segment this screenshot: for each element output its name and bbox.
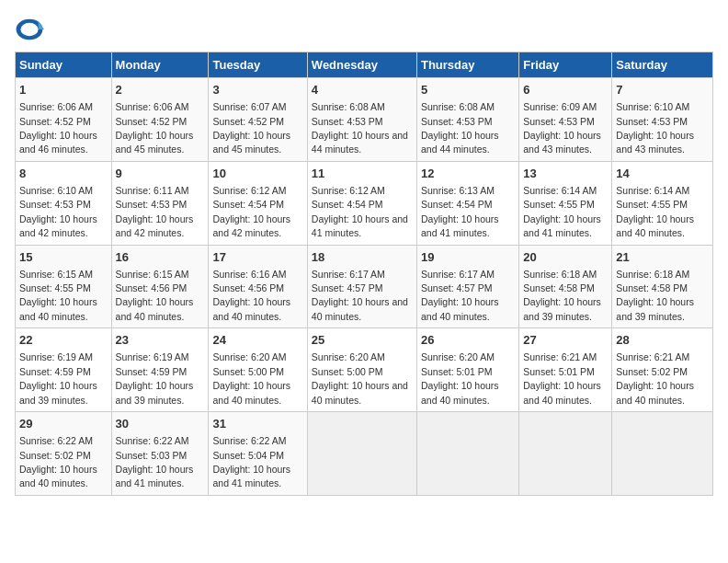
day-number: 1 [19,82,108,98]
day-number: 25 [312,332,413,349]
week-row-5: 29Sunrise: 6:22 AMSunset: 5:02 PMDayligh… [16,412,713,496]
day-cell-20: 20Sunrise: 6:18 AMSunset: 4:58 PMDayligh… [519,245,612,328]
day-number: 19 [421,249,515,266]
day-info: Sunrise: 6:22 AMSunset: 5:04 PMDaylight:… [212,435,290,488]
day-cell-4: 4Sunrise: 6:08 AMSunset: 4:53 PMDaylight… [307,78,416,162]
day-number: 8 [19,166,108,182]
day-info: Sunrise: 6:20 AMSunset: 5:00 PMDaylight:… [212,351,290,405]
day-cell-18: 18Sunrise: 6:17 AMSunset: 4:57 PMDayligh… [307,245,416,328]
logo [15,15,48,44]
column-header-wednesday: Wednesday [307,52,416,78]
day-cell-26: 26Sunrise: 6:20 AMSunset: 5:01 PMDayligh… [416,328,518,412]
day-info: Sunrise: 6:19 AMSunset: 4:59 PMDaylight:… [19,351,97,405]
day-info: Sunrise: 6:14 AMSunset: 4:55 PMDaylight:… [523,185,601,238]
day-info: Sunrise: 6:12 AMSunset: 4:54 PMDaylight:… [312,185,408,238]
day-number: 26 [421,332,515,349]
day-cell-15: 15Sunrise: 6:15 AMSunset: 4:55 PMDayligh… [16,245,112,328]
day-info: Sunrise: 6:07 AMSunset: 4:52 PMDaylight:… [212,101,290,155]
day-cell-24: 24Sunrise: 6:20 AMSunset: 5:00 PMDayligh… [209,328,307,412]
day-info: Sunrise: 6:17 AMSunset: 4:57 PMDaylight:… [312,269,408,322]
day-number: 31 [212,416,302,432]
day-info: Sunrise: 6:12 AMSunset: 4:54 PMDaylight:… [212,185,290,238]
day-info: Sunrise: 6:06 AMSunset: 4:52 PMDaylight:… [19,101,97,155]
day-cell-17: 17Sunrise: 6:16 AMSunset: 4:56 PMDayligh… [209,245,307,328]
week-row-4: 22Sunrise: 6:19 AMSunset: 4:59 PMDayligh… [16,328,713,412]
day-info: Sunrise: 6:15 AMSunset: 4:55 PMDaylight:… [19,269,97,322]
day-info: Sunrise: 6:11 AMSunset: 4:53 PMDaylight:… [116,185,194,238]
week-row-3: 15Sunrise: 6:15 AMSunset: 4:55 PMDayligh… [16,245,713,328]
day-number: 9 [116,166,205,182]
day-cell-12: 12Sunrise: 6:13 AMSunset: 4:54 PMDayligh… [416,161,518,245]
header [15,15,713,44]
day-info: Sunrise: 6:22 AMSunset: 5:02 PMDaylight:… [19,435,97,488]
day-number: 7 [616,82,709,98]
day-info: Sunrise: 6:08 AMSunset: 4:53 PMDaylight:… [312,101,408,155]
day-info: Sunrise: 6:21 AMSunset: 5:02 PMDaylight:… [616,351,694,405]
day-cell-22: 22Sunrise: 6:19 AMSunset: 4:59 PMDayligh… [16,328,112,412]
day-info: Sunrise: 6:20 AMSunset: 5:00 PMDaylight:… [312,351,408,405]
column-header-tuesday: Tuesday [209,52,307,78]
day-info: Sunrise: 6:19 AMSunset: 4:59 PMDaylight:… [116,351,194,405]
day-cell-21: 21Sunrise: 6:18 AMSunset: 4:58 PMDayligh… [612,245,713,328]
day-number: 20 [523,249,608,266]
day-info: Sunrise: 6:13 AMSunset: 4:54 PMDaylight:… [421,185,499,238]
day-number: 13 [523,166,608,182]
day-cell-30: 30Sunrise: 6:22 AMSunset: 5:03 PMDayligh… [111,412,209,496]
empty-cell [416,412,518,496]
day-number: 28 [616,332,709,349]
day-cell-9: 9Sunrise: 6:11 AMSunset: 4:53 PMDaylight… [111,161,209,245]
day-info: Sunrise: 6:18 AMSunset: 4:58 PMDaylight:… [523,269,601,322]
day-cell-14: 14Sunrise: 6:14 AMSunset: 4:55 PMDayligh… [612,161,713,245]
day-number: 27 [523,332,608,349]
day-number: 30 [116,416,205,432]
day-cell-23: 23Sunrise: 6:19 AMSunset: 4:59 PMDayligh… [111,328,209,412]
day-cell-25: 25Sunrise: 6:20 AMSunset: 5:00 PMDayligh… [307,328,416,412]
day-number: 16 [116,249,205,266]
day-info: Sunrise: 6:09 AMSunset: 4:53 PMDaylight:… [523,101,601,155]
day-info: Sunrise: 6:17 AMSunset: 4:57 PMDaylight:… [421,269,499,322]
day-number: 10 [212,166,302,182]
day-cell-16: 16Sunrise: 6:15 AMSunset: 4:56 PMDayligh… [111,245,209,328]
day-info: Sunrise: 6:22 AMSunset: 5:03 PMDaylight:… [116,435,194,488]
day-cell-7: 7Sunrise: 6:10 AMSunset: 4:53 PMDaylight… [612,78,713,162]
day-info: Sunrise: 6:06 AMSunset: 4:52 PMDaylight:… [116,101,194,155]
day-cell-29: 29Sunrise: 6:22 AMSunset: 5:02 PMDayligh… [16,412,112,496]
day-cell-28: 28Sunrise: 6:21 AMSunset: 5:02 PMDayligh… [612,328,713,412]
day-number: 11 [312,166,413,182]
empty-cell [307,412,416,496]
day-cell-8: 8Sunrise: 6:10 AMSunset: 4:53 PMDaylight… [16,161,112,245]
day-cell-5: 5Sunrise: 6:08 AMSunset: 4:53 PMDaylight… [416,78,518,162]
logo-icon [15,15,44,44]
day-cell-13: 13Sunrise: 6:14 AMSunset: 4:55 PMDayligh… [519,161,612,245]
column-header-friday: Friday [519,52,612,78]
week-row-2: 8Sunrise: 6:10 AMSunset: 4:53 PMDaylight… [16,161,713,245]
empty-cell [519,412,612,496]
column-header-sunday: Sunday [16,52,112,78]
empty-cell [612,412,713,496]
svg-marker-1 [39,20,44,29]
day-cell-1: 1Sunrise: 6:06 AMSunset: 4:52 PMDaylight… [16,78,112,162]
day-number: 4 [312,82,413,98]
day-number: 23 [116,332,205,349]
day-number: 17 [212,249,302,266]
column-header-thursday: Thursday [416,52,518,78]
day-number: 2 [116,82,205,98]
day-info: Sunrise: 6:08 AMSunset: 4:53 PMDaylight:… [421,101,499,155]
calendar-table: SundayMondayTuesdayWednesdayThursdayFrid… [15,52,713,496]
day-number: 29 [19,416,108,432]
day-number: 12 [421,166,515,182]
svg-point-2 [20,23,38,36]
day-number: 14 [616,166,709,182]
day-number: 15 [19,249,108,266]
day-number: 21 [616,249,709,266]
day-cell-10: 10Sunrise: 6:12 AMSunset: 4:54 PMDayligh… [209,161,307,245]
day-info: Sunrise: 6:21 AMSunset: 5:01 PMDaylight:… [523,351,601,405]
day-number: 6 [523,82,608,98]
day-cell-11: 11Sunrise: 6:12 AMSunset: 4:54 PMDayligh… [307,161,416,245]
day-cell-2: 2Sunrise: 6:06 AMSunset: 4:52 PMDaylight… [111,78,209,162]
day-info: Sunrise: 6:20 AMSunset: 5:01 PMDaylight:… [421,351,499,405]
day-info: Sunrise: 6:18 AMSunset: 4:58 PMDaylight:… [616,269,694,322]
day-cell-3: 3Sunrise: 6:07 AMSunset: 4:52 PMDaylight… [209,78,307,162]
column-header-saturday: Saturday [612,52,713,78]
day-number: 24 [212,332,302,349]
